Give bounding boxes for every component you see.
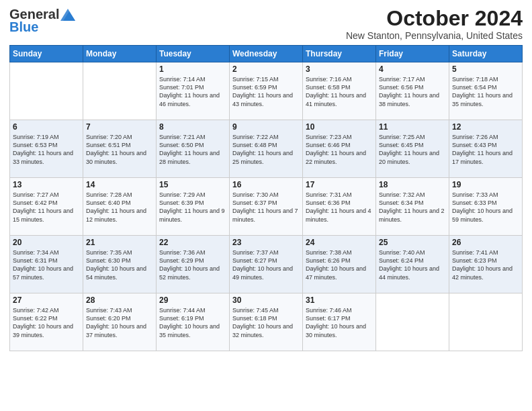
day-cell: 2Sunrise: 7:15 AM Sunset: 6:59 PM Daylig… [230,62,303,120]
day-info: Sunrise: 7:34 AM Sunset: 6:31 PM Dayligh… [13,248,80,281]
day-cell [83,62,157,120]
day-info: Sunrise: 7:31 AM Sunset: 6:36 PM Dayligh… [306,191,373,224]
day-cell: 31Sunrise: 7:46 AM Sunset: 6:17 PM Dayli… [303,293,376,351]
day-number: 19 [452,180,519,189]
day-number: 12 [452,122,519,132]
day-cell: 8Sunrise: 7:21 AM Sunset: 6:50 PM Daylig… [157,120,230,178]
col-wednesday: Wednesday [230,46,303,62]
day-number: 15 [159,180,226,189]
day-cell: 11Sunrise: 7:25 AM Sunset: 6:45 PM Dayli… [376,120,449,178]
day-info: Sunrise: 7:26 AM Sunset: 6:43 PM Dayligh… [452,133,519,166]
day-number: 28 [86,295,153,305]
day-cell: 24Sunrise: 7:38 AM Sunset: 6:26 PM Dayli… [303,236,376,293]
day-cell: 20Sunrise: 7:34 AM Sunset: 6:31 PM Dayli… [10,236,83,293]
week-row-3: 13Sunrise: 7:27 AM Sunset: 6:42 PM Dayli… [10,178,523,236]
day-number: 29 [159,295,226,305]
week-row-5: 27Sunrise: 7:42 AM Sunset: 6:22 PM Dayli… [10,293,523,351]
day-cell: 6Sunrise: 7:19 AM Sunset: 6:53 PM Daylig… [10,120,83,178]
day-cell: 9Sunrise: 7:22 AM Sunset: 6:48 PM Daylig… [230,120,303,178]
day-cell [376,293,449,351]
day-number: 17 [306,180,373,189]
day-cell: 16Sunrise: 7:30 AM Sunset: 6:37 PM Dayli… [230,178,303,236]
day-number: 30 [232,295,300,305]
day-info: Sunrise: 7:40 AM Sunset: 6:24 PM Dayligh… [379,248,446,281]
day-number: 31 [306,295,373,305]
day-info: Sunrise: 7:21 AM Sunset: 6:50 PM Dayligh… [159,133,226,166]
day-info: Sunrise: 7:43 AM Sunset: 6:20 PM Dayligh… [86,306,153,339]
logo-icon [60,9,75,21]
day-cell: 18Sunrise: 7:32 AM Sunset: 6:34 PM Dayli… [376,178,449,236]
day-info: Sunrise: 7:19 AM Sunset: 6:53 PM Dayligh… [13,133,80,166]
col-friday: Friday [376,46,449,62]
day-info: Sunrise: 7:22 AM Sunset: 6:48 PM Dayligh… [232,133,300,166]
day-number: 1 [159,64,226,74]
day-info: Sunrise: 7:41 AM Sunset: 6:23 PM Dayligh… [452,248,519,281]
day-number: 8 [159,122,226,132]
day-info: Sunrise: 7:32 AM Sunset: 6:34 PM Dayligh… [379,191,446,224]
day-info: Sunrise: 7:18 AM Sunset: 6:54 PM Dayligh… [452,75,519,108]
day-info: Sunrise: 7:33 AM Sunset: 6:33 PM Dayligh… [452,191,519,224]
day-info: Sunrise: 7:14 AM Sunset: 7:01 PM Dayligh… [159,75,226,108]
week-row-4: 20Sunrise: 7:34 AM Sunset: 6:31 PM Dayli… [10,236,523,293]
day-number: 6 [13,122,80,132]
day-cell: 30Sunrise: 7:45 AM Sunset: 6:18 PM Dayli… [230,293,303,351]
day-cell: 27Sunrise: 7:42 AM Sunset: 6:22 PM Dayli… [10,293,83,351]
day-cell: 22Sunrise: 7:36 AM Sunset: 6:29 PM Dayli… [157,236,230,293]
day-cell: 13Sunrise: 7:27 AM Sunset: 6:42 PM Dayli… [10,178,83,236]
day-cell: 26Sunrise: 7:41 AM Sunset: 6:23 PM Dayli… [449,236,523,293]
day-info: Sunrise: 7:42 AM Sunset: 6:22 PM Dayligh… [13,306,80,339]
day-number: 13 [13,180,80,189]
day-number: 10 [306,122,373,132]
day-cell [449,293,523,351]
day-cell: 15Sunrise: 7:29 AM Sunset: 6:39 PM Dayli… [157,178,230,236]
day-number: 18 [379,180,446,189]
day-cell: 12Sunrise: 7:26 AM Sunset: 6:43 PM Dayli… [449,120,523,178]
day-number: 16 [232,180,300,189]
day-info: Sunrise: 7:27 AM Sunset: 6:42 PM Dayligh… [13,191,80,224]
day-number: 7 [86,122,153,132]
calendar-table: Sunday Monday Tuesday Wednesday Thursday… [9,45,523,351]
day-info: Sunrise: 7:16 AM Sunset: 6:58 PM Dayligh… [306,75,373,108]
day-cell: 25Sunrise: 7:40 AM Sunset: 6:24 PM Dayli… [376,236,449,293]
col-tuesday: Tuesday [157,46,230,62]
day-number: 2 [232,64,300,74]
logo-blue: Blue [9,19,38,35]
logo: General Blue [9,7,75,35]
day-cell: 5Sunrise: 7:18 AM Sunset: 6:54 PM Daylig… [449,62,523,120]
day-info: Sunrise: 7:38 AM Sunset: 6:26 PM Dayligh… [306,248,373,281]
header-right: October 2024 New Stanton, Pennsylvania, … [346,7,523,41]
day-cell: 7Sunrise: 7:20 AM Sunset: 6:51 PM Daylig… [83,120,157,178]
week-row-2: 6Sunrise: 7:19 AM Sunset: 6:53 PM Daylig… [10,120,523,178]
day-number: 5 [452,64,519,74]
day-info: Sunrise: 7:23 AM Sunset: 6:46 PM Dayligh… [306,133,373,166]
day-number: 11 [379,122,446,132]
day-info: Sunrise: 7:29 AM Sunset: 6:39 PM Dayligh… [159,191,226,224]
day-cell: 21Sunrise: 7:35 AM Sunset: 6:30 PM Dayli… [83,236,157,293]
day-cell [10,62,83,120]
day-number: 27 [13,295,80,305]
header: General Blue October 2024 New Stanton, P… [9,7,523,41]
day-info: Sunrise: 7:35 AM Sunset: 6:30 PM Dayligh… [86,248,153,281]
day-info: Sunrise: 7:36 AM Sunset: 6:29 PM Dayligh… [159,248,226,281]
day-number: 26 [452,238,519,247]
location: New Stanton, Pennsylvania, United States [346,30,523,41]
day-cell: 14Sunrise: 7:28 AM Sunset: 6:40 PM Dayli… [83,178,157,236]
col-saturday: Saturday [449,46,523,62]
day-cell: 10Sunrise: 7:23 AM Sunset: 6:46 PM Dayli… [303,120,376,178]
day-number: 3 [306,64,373,74]
day-info: Sunrise: 7:15 AM Sunset: 6:59 PM Dayligh… [232,75,300,108]
day-info: Sunrise: 7:28 AM Sunset: 6:40 PM Dayligh… [86,191,153,224]
day-info: Sunrise: 7:45 AM Sunset: 6:18 PM Dayligh… [232,306,300,339]
day-cell: 19Sunrise: 7:33 AM Sunset: 6:33 PM Dayli… [449,178,523,236]
day-cell: 28Sunrise: 7:43 AM Sunset: 6:20 PM Dayli… [83,293,157,351]
col-monday: Monday [83,46,157,62]
day-cell: 23Sunrise: 7:37 AM Sunset: 6:27 PM Dayli… [230,236,303,293]
month-title: October 2024 [346,7,523,30]
day-number: 25 [379,238,446,247]
day-cell: 4Sunrise: 7:17 AM Sunset: 6:56 PM Daylig… [376,62,449,120]
day-info: Sunrise: 7:44 AM Sunset: 6:19 PM Dayligh… [159,306,226,339]
day-info: Sunrise: 7:25 AM Sunset: 6:45 PM Dayligh… [379,133,446,166]
day-cell: 1Sunrise: 7:14 AM Sunset: 7:01 PM Daylig… [157,62,230,120]
header-row: Sunday Monday Tuesday Wednesday Thursday… [10,46,523,62]
day-info: Sunrise: 7:37 AM Sunset: 6:27 PM Dayligh… [232,248,300,281]
